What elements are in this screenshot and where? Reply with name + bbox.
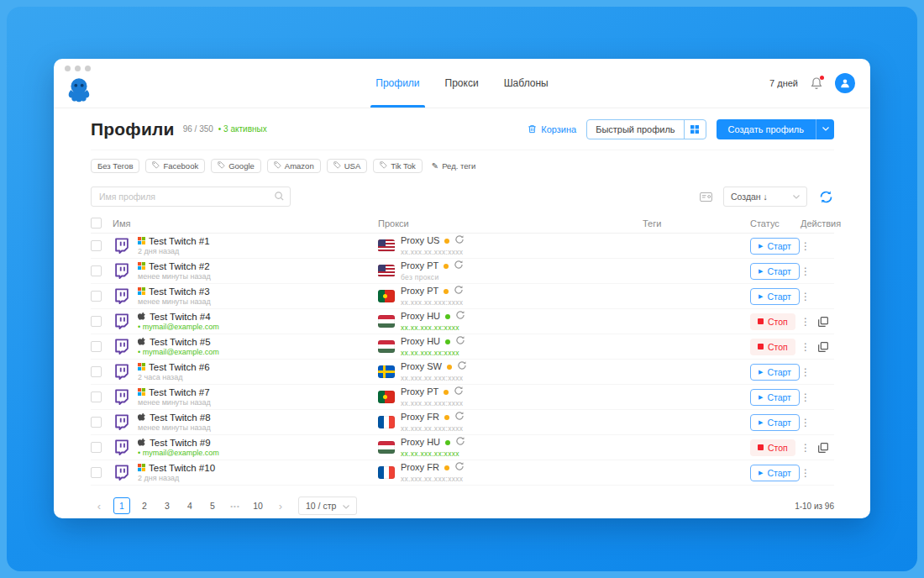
tag-chip-label: Без Тегов bbox=[97, 161, 133, 171]
tag-chip[interactable]: Facebook bbox=[145, 159, 205, 173]
row-checkbox[interactable] bbox=[91, 467, 102, 478]
row-checkbox[interactable] bbox=[91, 341, 102, 352]
proxy-refresh-icon[interactable] bbox=[457, 360, 467, 374]
tags-filter-row: Без ТеговFacebookGoogleAmazonUSATik Tok✎… bbox=[91, 153, 834, 178]
row-menu-icon[interactable]: ⋮ bbox=[801, 391, 811, 403]
start-button[interactable]: ▶Старт bbox=[750, 364, 800, 381]
start-button[interactable]: ▶Старт bbox=[750, 263, 800, 280]
profile-name[interactable]: Test Twitch #10 bbox=[149, 462, 215, 474]
windows-icon bbox=[138, 361, 145, 373]
trash-button[interactable]: Корзина bbox=[528, 124, 576, 134]
status-cell: ▶Старт bbox=[750, 288, 801, 305]
proxy-refresh-icon[interactable] bbox=[454, 411, 465, 424]
proxy-address: xx.xxx.xx.xxx:xxxx bbox=[401, 424, 465, 434]
start-button[interactable]: ▶Старт bbox=[750, 238, 800, 255]
refresh-button-icon[interactable] bbox=[818, 189, 834, 205]
proxy-block: Proxy FRxx.xxx.xx.xxx:xxxx bbox=[401, 461, 465, 483]
create-profile-button[interactable]: Создать профиль bbox=[717, 119, 834, 139]
page-size-select[interactable]: 10 / стр bbox=[298, 497, 357, 515]
profile-name[interactable]: Test Twitch #2 bbox=[149, 260, 210, 272]
profile-name[interactable]: Test Twitch #3 bbox=[149, 286, 210, 297]
proxy-refresh-icon[interactable] bbox=[454, 260, 464, 273]
proxy-status-dot bbox=[444, 289, 449, 294]
open-windows-icon[interactable] bbox=[818, 443, 828, 453]
row-menu-icon[interactable]: ⋮ bbox=[801, 265, 811, 277]
pagination-page[interactable]: 1 bbox=[113, 497, 130, 514]
tag-chip[interactable]: Tik Tok bbox=[373, 159, 423, 173]
stop-icon bbox=[758, 344, 764, 349]
row-checkbox[interactable] bbox=[91, 240, 102, 251]
sort-select[interactable]: Создан ↓ bbox=[723, 187, 807, 207]
pagination-page[interactable]: 10 bbox=[249, 497, 266, 514]
search-icon[interactable] bbox=[274, 191, 285, 202]
profile-name[interactable]: Test Twitch #4 bbox=[150, 311, 211, 323]
profile-name[interactable]: Test Twitch #6 bbox=[149, 361, 210, 373]
row-menu-icon[interactable]: ⋮ bbox=[801, 366, 811, 378]
user-avatar[interactable] bbox=[835, 73, 855, 93]
row-checkbox[interactable] bbox=[91, 417, 102, 428]
create-profile-dropdown-icon[interactable] bbox=[816, 119, 834, 139]
row-menu-icon[interactable]: ⋮ bbox=[801, 291, 811, 302]
row-checkbox[interactable] bbox=[91, 442, 102, 453]
start-button[interactable]: ▶Старт bbox=[750, 414, 800, 431]
row-menu-icon[interactable]: ⋮ bbox=[801, 240, 811, 252]
tag-chip[interactable]: Google bbox=[211, 159, 261, 173]
proxy-refresh-icon[interactable] bbox=[455, 310, 465, 323]
profile-name[interactable]: Test Twitch #1 bbox=[149, 235, 210, 247]
stop-button[interactable]: Стоп bbox=[750, 339, 795, 355]
start-button[interactable]: ▶Старт bbox=[750, 288, 800, 305]
name-block: Test Twitch #102 дня назад bbox=[138, 462, 215, 484]
notifications-bell-icon[interactable] bbox=[810, 76, 823, 90]
row-checkbox[interactable] bbox=[91, 291, 102, 302]
proxy-refresh-icon[interactable] bbox=[454, 234, 465, 248]
proxy-refresh-icon[interactable] bbox=[455, 335, 465, 349]
profile-name[interactable]: Test Twitch #7 bbox=[149, 386, 210, 398]
nav-tab-templates[interactable]: Шаблоны bbox=[504, 59, 549, 108]
stop-button[interactable]: Стоп bbox=[750, 313, 795, 330]
open-windows-icon[interactable] bbox=[818, 317, 828, 327]
edit-tags-button[interactable]: ✎Ред. теги bbox=[432, 161, 476, 171]
proxy-refresh-icon[interactable] bbox=[455, 436, 465, 449]
row-checkbox[interactable] bbox=[91, 391, 102, 402]
profile-subtitle: менее минуты назад bbox=[138, 297, 211, 307]
pagination-page[interactable]: 3 bbox=[159, 497, 176, 514]
pagination-page[interactable]: 2 bbox=[136, 497, 153, 514]
start-button[interactable]: ▶Старт bbox=[750, 465, 800, 481]
row-menu-icon[interactable]: ⋮ bbox=[801, 341, 811, 353]
tag-chip-label: Google bbox=[228, 161, 255, 171]
pagination-page[interactable]: 5 bbox=[204, 497, 221, 514]
view-mode-icon[interactable] bbox=[700, 192, 712, 202]
row-menu-icon[interactable]: ⋮ bbox=[801, 417, 811, 428]
start-button[interactable]: ▶Старт bbox=[750, 389, 800, 406]
search-input[interactable] bbox=[91, 187, 291, 207]
pagination-page[interactable]: 4 bbox=[181, 497, 198, 514]
open-windows-icon[interactable] bbox=[818, 342, 828, 352]
name-block: Test Twitch #8менее минуты назад bbox=[138, 412, 211, 434]
row-menu-icon[interactable]: ⋮ bbox=[801, 442, 811, 454]
tag-chip[interactable]: Без Тегов bbox=[91, 159, 139, 173]
proxy-refresh-icon[interactable] bbox=[454, 386, 464, 399]
select-all-checkbox[interactable] bbox=[91, 218, 102, 229]
row-menu-icon[interactable]: ⋮ bbox=[801, 467, 811, 479]
pagination-prev-icon[interactable]: ‹ bbox=[91, 497, 108, 514]
row-menu-icon[interactable]: ⋮ bbox=[801, 316, 811, 328]
nav-tab-proxies[interactable]: Прокси bbox=[445, 59, 479, 108]
tag-chip[interactable]: Amazon bbox=[267, 159, 321, 173]
row-checkbox[interactable] bbox=[91, 265, 102, 276]
quick-profile-button[interactable]: Быстрый профиль bbox=[586, 119, 706, 139]
name-block: Test Twitch #7менее минуты назад bbox=[138, 386, 211, 408]
proxy-block: Proxy FRxx.xxx.xx.xxx:xxxx bbox=[401, 411, 465, 433]
profile-name[interactable]: Test Twitch #5 bbox=[150, 336, 211, 348]
pagination-next-icon[interactable]: › bbox=[272, 497, 289, 514]
actions-cell: ⋮ bbox=[801, 391, 834, 403]
proxy-refresh-icon[interactable] bbox=[454, 461, 465, 475]
row-checkbox[interactable] bbox=[91, 366, 102, 377]
profile-name[interactable]: Test Twitch #8 bbox=[150, 412, 211, 423]
proxy-refresh-icon[interactable] bbox=[454, 285, 464, 298]
quick-profile-grid-icon[interactable] bbox=[684, 120, 706, 139]
nav-tab-profiles[interactable]: Профили bbox=[375, 59, 419, 108]
profile-name[interactable]: Test Twitch #9 bbox=[150, 437, 211, 449]
row-checkbox[interactable] bbox=[91, 316, 102, 327]
stop-button[interactable]: Стоп bbox=[750, 439, 795, 456]
tag-chip[interactable]: USA bbox=[327, 159, 368, 173]
